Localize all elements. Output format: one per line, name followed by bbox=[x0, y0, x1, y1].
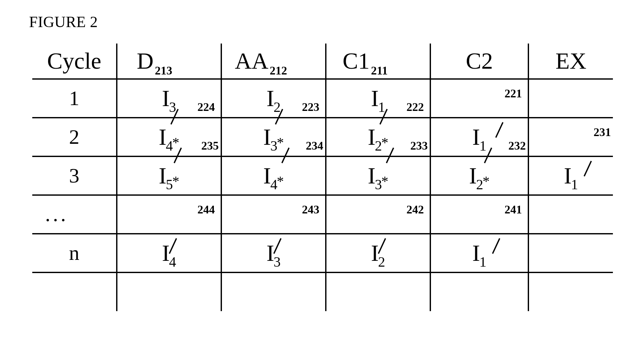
cycle-label: 1 bbox=[69, 86, 79, 110]
pipeline-instr: I5* bbox=[159, 162, 179, 189]
ref-num: 232 bbox=[508, 139, 526, 152]
pipeline-instr: I3 bbox=[266, 240, 281, 267]
ref-num: 244 bbox=[197, 203, 215, 216]
pipeline-instr: I1 bbox=[371, 85, 385, 112]
cycle-label: n bbox=[69, 241, 79, 265]
ref-num: 241 bbox=[505, 203, 522, 216]
pipeline-instr: I4 bbox=[162, 240, 176, 267]
ref-num: 224 bbox=[197, 100, 215, 114]
cycle-label: 2 bbox=[69, 125, 79, 149]
ref-num: 222 bbox=[406, 100, 424, 114]
pipeline-instr: I3 bbox=[162, 85, 176, 112]
ref-num: 223 bbox=[302, 100, 319, 114]
ref-num: 221 bbox=[505, 87, 522, 100]
table-row: 1 I3 224 I2 223 bbox=[32, 79, 613, 118]
ref-num: 212 bbox=[270, 64, 287, 77]
pipeline-instr: I2 bbox=[371, 240, 385, 267]
cycle-label: ... bbox=[45, 202, 68, 226]
ref-num: 233 bbox=[410, 139, 428, 152]
ref-num: 235 bbox=[201, 139, 219, 152]
ref-num: 213 bbox=[155, 64, 172, 77]
pipeline-instr: I4* bbox=[159, 124, 179, 151]
ref-num: 211 bbox=[371, 64, 388, 77]
col-header-c1: C1 211 bbox=[343, 48, 388, 74]
figure-title: FIGURE 2 bbox=[29, 13, 614, 31]
table-row: 2 I4* 235 I3* 234 bbox=[32, 118, 613, 156]
pipeline-instr: I1 bbox=[472, 124, 486, 151]
col-header-ex: EX bbox=[555, 48, 586, 74]
ref-num: 242 bbox=[406, 203, 424, 216]
table-row: 3 I5* I4* I3* I2* bbox=[32, 156, 613, 195]
ref-num: 234 bbox=[306, 139, 323, 152]
pipeline-instr: I2* bbox=[469, 162, 490, 189]
table-header-row: Cycle D 213 AA 212 bbox=[32, 44, 613, 79]
pipeline-instr: I4* bbox=[263, 162, 284, 189]
pipeline-instr: I1 bbox=[472, 240, 486, 267]
col-header-cycle: Cycle bbox=[47, 48, 101, 74]
figure-page: FIGURE 2 Cycle D 213 AA bbox=[0, 0, 640, 364]
pipeline-instr: I1 bbox=[564, 162, 578, 189]
pipeline-instr: I3* bbox=[368, 162, 388, 189]
col-header-c2: C2 bbox=[466, 48, 493, 74]
table-row bbox=[32, 272, 613, 311]
table-row: ... 244 243 242 241 bbox=[32, 195, 613, 234]
col-header-aa: AA 212 bbox=[235, 48, 287, 74]
pipeline-table: Cycle D 213 AA 212 bbox=[32, 44, 613, 311]
cycle-label: 3 bbox=[69, 164, 79, 188]
col-header-d: D 213 bbox=[137, 48, 172, 74]
pipeline-instr: I2 bbox=[266, 85, 281, 112]
pipeline-instr: I2* bbox=[368, 124, 388, 151]
ref-num: 243 bbox=[302, 203, 319, 216]
ref-num: 231 bbox=[594, 125, 611, 139]
table-row: n I4 I3 I2 I1 bbox=[32, 234, 613, 272]
pipeline-instr: I3* bbox=[263, 124, 284, 151]
